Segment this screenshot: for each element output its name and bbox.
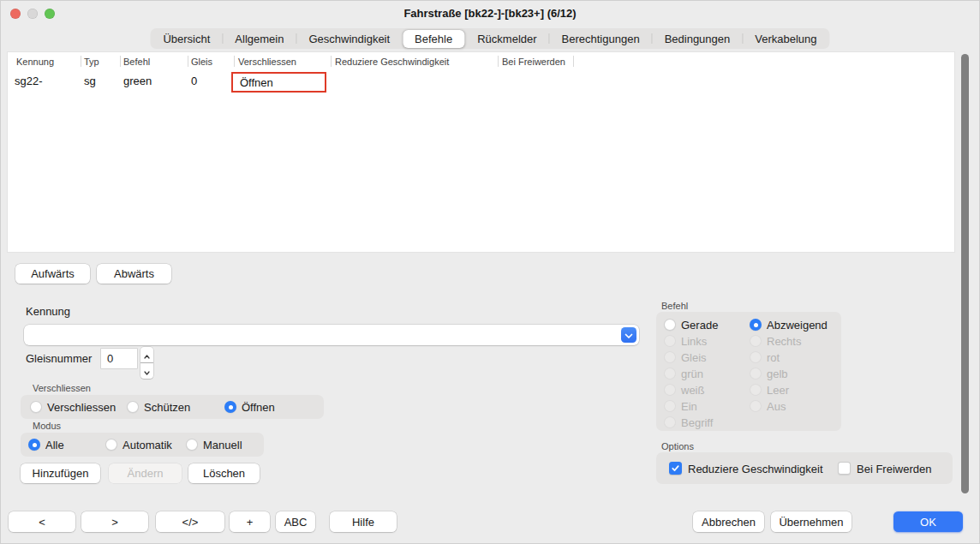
cell-verschliessen-value: Öffnen	[240, 76, 273, 89]
column-header-verschliessen[interactable]: Verschliessen	[238, 57, 296, 67]
radio-verschliessen[interactable]	[30, 401, 42, 413]
tab-bedingungen[interactable]: Bedingungen	[653, 30, 743, 48]
options-group: Reduziere Geschwindigkeit Bei Freiwerden	[656, 452, 953, 484]
radio-gerade[interactable]	[664, 319, 676, 331]
tab-befehle[interactable]: Befehle	[403, 30, 464, 48]
checkbox-reduziere-geschwindigkeit[interactable]	[669, 462, 682, 475]
tab-bar: Übersicht Allgemein Geschwindigkeit Befe…	[150, 28, 829, 49]
radio-automatik-label[interactable]: Automatik	[122, 439, 172, 451]
column-header-kennung[interactable]: Kennung	[16, 57, 54, 67]
radio-gerade-label[interactable]: Gerade	[681, 319, 718, 332]
column-divider	[188, 56, 188, 67]
radio-gelb-label: gelb	[767, 368, 788, 380]
nav-next-button[interactable]: >	[81, 511, 148, 532]
radio-gruen	[664, 368, 676, 380]
radio-manuell-label[interactable]: Manuell	[203, 439, 242, 451]
kennung-combobox[interactable]	[24, 325, 639, 345]
nav-abc-button[interactable]: ABC	[276, 511, 315, 532]
radio-gruen-label: grün	[681, 368, 703, 380]
window-title: Fahrstraße [bk22-]-[bk23+] (6/12)	[0, 7, 980, 20]
cell-kennung: sg22-	[15, 75, 43, 87]
radio-verschliessen-label[interactable]: Verschliessen	[47, 401, 116, 414]
nav-prev-button[interactable]: <	[9, 511, 75, 532]
cell-gleis: 0	[191, 75, 197, 87]
cancel-button[interactable]: Abbrechen	[693, 511, 764, 532]
checkmark-icon	[671, 461, 680, 476]
column-header-gleis[interactable]: Gleis	[191, 57, 212, 67]
column-divider	[234, 56, 235, 67]
gleisnummer-label: Gleisnummer	[26, 352, 92, 365]
radio-links	[664, 335, 676, 347]
nav-code-button[interactable]: </>	[156, 511, 224, 532]
radio-weiss-label: weiß	[681, 384, 704, 397]
gleisnummer-stepper[interactable]	[140, 347, 153, 370]
radio-oeffnen-label[interactable]: Öffnen	[242, 401, 275, 414]
title-bar: Fahrstraße [bk22-]-[bk23+] (6/12)	[0, 0, 980, 26]
radio-rechts-label: Rechts	[767, 335, 801, 348]
tab-allgemein[interactable]: Allgemein	[223, 30, 296, 48]
cell-verschliessen-highlighted: Öffnen	[231, 72, 326, 93]
stepper-up-button[interactable]	[140, 347, 153, 362]
column-header-befehl[interactable]: Befehl	[123, 57, 150, 67]
radio-manuell[interactable]	[186, 439, 198, 451]
vertical-scrollbar[interactable]	[961, 54, 969, 493]
column-header-bei-freiwerden[interactable]: Bei Freiwerden	[502, 57, 565, 67]
help-button[interactable]: Hilfe	[330, 511, 397, 532]
edit-button: Ändern	[109, 463, 182, 483]
modus-group-label: Modus	[33, 421, 61, 431]
commands-table[interactable]: Kennung Typ Befehl Gleis Verschliessen R…	[7, 51, 955, 253]
dialog-window: Fahrstraße [bk22-]-[bk23+] (6/12) Übersi…	[0, 0, 980, 544]
radio-abzweigend-label[interactable]: Abzweigend	[767, 319, 828, 332]
tab-verkabelung[interactable]: Verkabelung	[743, 30, 828, 48]
column-header-typ[interactable]: Typ	[84, 57, 99, 67]
column-divider	[120, 56, 121, 67]
tab-rueckmelder[interactable]: Rückmelder	[465, 30, 548, 48]
kennung-label: Kennung	[26, 305, 70, 318]
delete-button[interactable]: Löschen	[188, 463, 260, 483]
radio-abzweigend[interactable]	[750, 319, 762, 331]
add-button[interactable]: Hinzufügen	[21, 463, 100, 483]
move-down-button[interactable]: Abwärts	[97, 264, 171, 284]
radio-schuetzen[interactable]	[127, 401, 139, 413]
radio-gleis-label: Gleis	[681, 351, 707, 364]
nav-add-button[interactable]: +	[230, 511, 270, 532]
radio-leer-label: Leer	[767, 384, 789, 397]
chevron-down-icon	[624, 329, 633, 342]
radio-begriff-label: Begriff	[681, 416, 713, 429]
modus-group: Alle Automatik Manuell	[21, 433, 264, 457]
cell-befehl: green	[123, 75, 152, 87]
radio-aus-label: Aus	[767, 400, 786, 413]
chevron-up-icon	[144, 347, 150, 362]
radio-aus	[750, 400, 762, 412]
chevron-down-icon	[144, 363, 150, 379]
radio-oeffnen[interactable]	[224, 401, 236, 413]
ok-button[interactable]: OK	[893, 511, 963, 532]
radio-rechts	[750, 335, 762, 347]
radio-gleis	[664, 351, 676, 363]
stepper-down-button[interactable]	[140, 363, 153, 379]
tab-berechtigungen[interactable]: Berechtigungen	[550, 30, 652, 48]
radio-automatik[interactable]	[105, 439, 117, 451]
tab-geschwindigkeit[interactable]: Geschwindigkeit	[296, 30, 402, 48]
checkbox-bei-freiwerden-label[interactable]: Bei Freiwerden	[857, 463, 931, 475]
befehl-group: Gerade Abzweigend Links Rechts Gleis rot…	[656, 312, 841, 431]
column-header-reduziere-geschwindigkeit[interactable]: Reduziere Geschwindigkeit	[335, 57, 449, 67]
radio-begriff	[664, 416, 676, 428]
move-up-button[interactable]: Aufwärts	[15, 264, 90, 284]
radio-alle-label[interactable]: Alle	[45, 439, 64, 451]
options-group-label: Options	[661, 441, 694, 451]
gleisnummer-input[interactable]: 0	[101, 349, 137, 368]
radio-weiss	[664, 384, 676, 396]
column-divider	[331, 56, 332, 67]
apply-button[interactable]: Übernehmen	[771, 511, 852, 532]
checkbox-bei-freiwerden[interactable]	[838, 462, 851, 475]
combobox-dropdown-button[interactable]	[621, 327, 636, 343]
verschliessen-group-label: Verschliessen	[33, 383, 91, 393]
radio-ein-label: Ein	[681, 400, 697, 413]
radio-alle[interactable]	[28, 439, 40, 451]
column-divider	[498, 56, 499, 67]
tab-uebersicht[interactable]: Übersicht	[151, 30, 222, 48]
radio-schuetzen-label[interactable]: Schützen	[144, 401, 190, 414]
checkbox-reduziere-geschwindigkeit-label[interactable]: Reduziere Geschwindigkeit	[688, 463, 823, 475]
radio-leer	[750, 384, 762, 396]
